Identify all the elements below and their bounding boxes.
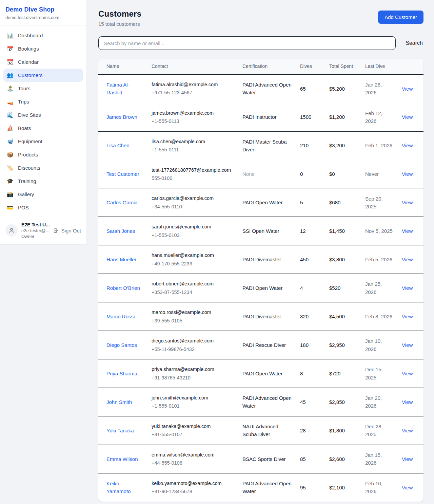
view-customer-link[interactable]: View xyxy=(402,485,413,490)
table-header-row: Name Contact Certification Dives Total S… xyxy=(98,59,423,74)
customer-dives: 210 xyxy=(296,131,325,160)
sign-out-label: Sign Out xyxy=(61,228,81,234)
sidebar-item-pos[interactable]: 💳 POS xyxy=(3,201,83,214)
view-customer-link[interactable]: View xyxy=(402,456,413,462)
customer-certification: PADI Advanced Open Water xyxy=(242,82,292,95)
gallery-icon: 📸 xyxy=(7,192,14,197)
customer-total-spent: $1,800 xyxy=(325,416,361,445)
customer-certification: PADI Divemaster xyxy=(242,314,281,319)
customer-name-link[interactable]: Priya Sharma xyxy=(106,371,137,376)
customer-last-dive: Feb 1, 2026 xyxy=(361,131,398,160)
customer-certification: PADI Rescue Diver xyxy=(242,342,286,348)
customer-name-link[interactable]: Fatima Al-Rashid xyxy=(106,82,130,95)
customer-total-spent: $3,800 xyxy=(325,245,361,274)
view-customer-link[interactable]: View xyxy=(402,314,413,319)
view-customer-link[interactable]: View xyxy=(402,143,413,148)
customer-name-link[interactable]: John Smith xyxy=(106,399,132,405)
customer-email: priya.sharma@example.com xyxy=(152,366,234,373)
view-customer-link[interactable]: View xyxy=(402,200,413,205)
logout-icon xyxy=(53,228,59,234)
sidebar-item-discounts[interactable]: 🏷️ Discounts xyxy=(3,161,83,174)
table-row: John Smith john.smith@example.com +1-555… xyxy=(98,388,423,416)
sidebar-item-tours[interactable]: 🏝️ Tours xyxy=(3,82,83,95)
table-row: Carlos Garcia carlos.garcia@example.com … xyxy=(98,188,423,217)
sidebar-item-training[interactable]: 🎓 Training xyxy=(3,174,83,188)
view-customer-link[interactable]: View xyxy=(402,114,413,120)
customer-name-link[interactable]: Robert O'Brien xyxy=(106,285,140,291)
customer-total-spent: $2,850 xyxy=(325,388,361,416)
sign-out-button[interactable]: Sign Out xyxy=(52,228,82,234)
view-customer-link[interactable]: View xyxy=(402,399,413,405)
customer-total-spent: $1,450 xyxy=(325,217,361,245)
sidebar-item-label: Gallery xyxy=(18,191,34,197)
sidebar-item-products[interactable]: 📦 Products xyxy=(3,148,83,161)
customer-name-link[interactable]: James Brown xyxy=(106,114,137,120)
customer-name-link[interactable]: Yuki Tanaka xyxy=(106,428,134,433)
sidebar-item-label: Bookings xyxy=(18,46,39,52)
bookings-icon: 📅 xyxy=(7,46,14,52)
boats-icon: ⛵ xyxy=(7,126,14,131)
sidebar-item-gallery[interactable]: 📸 Gallery xyxy=(3,188,83,201)
customer-phone: +1-555-0101 xyxy=(152,402,234,410)
view-customer-link[interactable]: View xyxy=(402,371,413,376)
view-customer-link[interactable]: View xyxy=(402,285,413,291)
customer-dives: 65 xyxy=(296,74,325,103)
customer-certification: SSI Open Water xyxy=(242,228,279,234)
customer-total-spent: $680 xyxy=(325,188,361,217)
sidebar-item-calendar[interactable]: 📆 Calendar xyxy=(3,55,83,69)
search-input[interactable] xyxy=(98,36,396,50)
view-customer-link[interactable]: View xyxy=(402,428,413,433)
user-email: e2e-tester@... xyxy=(21,228,48,233)
customer-name-link[interactable]: Emma Wilson xyxy=(106,456,138,462)
user-section: E2E Test U... e2e-tester@... Owner Sign … xyxy=(0,217,86,244)
sidebar-item-customers[interactable]: 👥 Customers xyxy=(3,69,83,82)
customer-phone: +81-555-0107 xyxy=(152,431,234,438)
view-customer-link[interactable]: View xyxy=(402,342,413,348)
customer-name-link[interactable]: Sarah Jones xyxy=(106,228,135,234)
add-customer-button[interactable]: Add Customer xyxy=(378,11,423,24)
sidebar-item-trips[interactable]: 🚤 Trips xyxy=(3,95,83,108)
customer-last-dive: Feb 5, 2026 xyxy=(361,245,398,274)
customer-email: yuki.tanaka@example.com xyxy=(152,423,234,430)
customer-name-link[interactable]: Lisa Chen xyxy=(106,143,130,148)
customer-dives: 28 xyxy=(296,416,325,445)
customer-certification: PADI Master Scuba Diver xyxy=(242,139,287,152)
search-bar: Search xyxy=(98,36,423,50)
avatar xyxy=(5,224,18,237)
view-customer-link[interactable]: View xyxy=(402,86,413,92)
customer-email: carlos.garcia@example.com xyxy=(152,194,234,202)
sidebar-item-boats[interactable]: ⛵ Boats xyxy=(3,122,83,135)
customer-name-link[interactable]: Carlos Garcia xyxy=(106,200,138,205)
table-row: Lisa Chen lisa.chen@example.com +1-555-0… xyxy=(98,131,423,160)
customer-last-dive: Jan 15, 2026 xyxy=(361,445,398,473)
sidebar-item-dashboard[interactable]: 📊 Dashboard xyxy=(3,29,83,42)
customer-name-link[interactable]: Test Customer xyxy=(106,171,139,177)
customer-email: robert.obrien@example.com xyxy=(152,280,234,287)
customer-name-link[interactable]: Keiko Yamamoto xyxy=(106,481,131,494)
customer-last-dive: Jan 28, 2026 xyxy=(361,74,398,103)
customer-email: sarah.jones@example.com xyxy=(152,223,234,230)
brand-block: Demo Dive Shop demo.test.divestreams.com xyxy=(0,0,86,25)
customer-email: hans.mueller@example.com xyxy=(152,251,234,259)
customer-name-link[interactable]: Hans Mueller xyxy=(106,257,136,262)
customer-phone: +49-170-555-2233 xyxy=(152,260,234,267)
sidebar-item-bookings[interactable]: 📅 Bookings xyxy=(3,42,83,55)
view-customer-link[interactable]: View xyxy=(402,257,413,262)
customer-certification: PADI Advanced Open Water xyxy=(242,395,292,409)
view-customer-link[interactable]: View xyxy=(402,228,413,234)
customer-certification: PADI Instructor xyxy=(242,114,277,120)
customer-last-dive: Jan 25, 2026 xyxy=(361,274,398,302)
customer-name-link[interactable]: Marco Rossi xyxy=(106,314,135,319)
customer-phone: 555-0100 xyxy=(152,174,234,182)
table-row: Test Customer test-1772681807767@example… xyxy=(98,160,423,188)
customer-dives: 85 xyxy=(296,445,325,473)
customer-certification: PADI Advanced Open Water xyxy=(242,481,292,494)
customer-total-spent: $5,200 xyxy=(325,74,361,103)
sidebar-item-equipment[interactable]: 🤿 Equipment xyxy=(3,135,83,148)
search-button[interactable]: Search xyxy=(405,39,423,48)
sidebar-item-dive-sites[interactable]: 🌊 Dive Sites xyxy=(3,108,83,122)
view-customer-link[interactable]: View xyxy=(402,171,413,177)
customer-total-spent: $0 xyxy=(325,160,361,188)
sidebar-item-label: Dive Sites xyxy=(18,112,41,118)
customer-name-link[interactable]: Diego Santos xyxy=(106,342,137,348)
